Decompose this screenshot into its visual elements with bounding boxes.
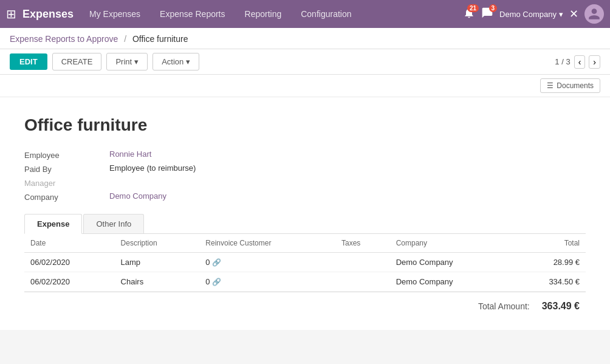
col-taxes: Taxes [335,234,390,253]
row1-total: 28.99 € [511,253,586,272]
table-row: 06/02/2020 Chairs 0 🔗 Demo Company 334.5… [24,272,586,292]
row2-taxes [335,272,390,292]
manager-value [109,177,389,188]
form-card: Office furniture Employee Ronnie Hart Pa… [0,97,610,330]
documents-bar: ☰ Documents [0,75,610,97]
row2-reinvoice: 0 🔗 [199,272,335,292]
avatar[interactable] [584,4,604,24]
breadcrumb: Expense Reports to Approve / Office furn… [10,34,600,44]
documents-icon: ☰ [547,81,553,90]
tab-other-info[interactable]: Other Info [83,214,144,233]
documents-button[interactable]: ☰ Documents [540,78,600,93]
manager-label: Manager [24,177,103,188]
messages-button[interactable]: 3 [481,7,493,22]
messages-badge: 3 [489,4,498,12]
breadcrumb-separator: / [124,34,126,44]
col-reinvoice: Reinvoice Customer [199,234,335,253]
row1-taxes [335,253,390,272]
table-row: 06/02/2020 Lamp 0 🔗 Demo Company 28.99 € [24,253,586,272]
col-date: Date [24,234,115,253]
row1-reinvoice: 0 🔗 [199,253,335,272]
notifications-button[interactable]: 21 [463,7,475,22]
toolbar: EDIT CREATE Print ▾ Action ▾ 1 / 3 ‹ › [0,49,610,75]
col-company: Company [390,234,511,253]
total-value: 363.49 € [542,301,580,312]
edit-button[interactable]: EDIT [10,53,47,70]
row1-attach-icon: 🔗 [212,258,221,267]
row1-description: Lamp [115,253,200,272]
topnav: ⊞ Expenses My Expenses Expense Reports R… [0,0,610,28]
nav-expense-reports[interactable]: Expense Reports [156,7,228,21]
action-label: Action [162,57,183,66]
close-button[interactable]: ✕ [569,7,578,21]
app-title: Expenses [22,8,74,21]
breadcrumb-current: Office furniture [132,34,188,44]
topnav-right: 21 3 Demo Company ▾ ✕ [463,4,604,24]
tab-expense[interactable]: Expense [24,214,82,234]
employee-value[interactable]: Ronnie Hart [109,149,389,160]
col-description: Description [115,234,200,253]
col-total: Total [511,234,586,253]
company-selector[interactable]: Demo Company ▾ [499,10,563,19]
form-fields: Employee Ronnie Hart Paid By Employee (t… [24,149,389,202]
form-title: Office furniture [24,115,586,135]
nav-configuration[interactable]: Configuration [297,7,355,21]
row2-attach-icon: 🔗 [212,278,221,286]
nav-reporting[interactable]: Reporting [241,7,286,21]
create-button[interactable]: CREATE [52,53,102,70]
pagination: 1 / 3 ‹ › [555,55,600,69]
row2-company: Demo Company [390,272,511,292]
total-label: Total Amount: [478,301,530,311]
company-value[interactable]: Demo Company [109,191,389,202]
total-row: Total Amount: 363.49 € [24,292,586,318]
print-label: Print [115,57,132,66]
action-dropdown-icon: ▾ [186,57,190,66]
pagination-next[interactable]: › [589,55,600,69]
nav-my-expenses[interactable]: My Expenses [86,7,144,21]
employee-label: Employee [24,149,103,160]
company-label: Company [24,191,103,202]
subheader: Expense Reports to Approve / Office furn… [0,28,610,49]
breadcrumb-parent[interactable]: Expense Reports to Approve [10,34,118,44]
row2-date: 06/02/2020 [24,272,115,292]
pagination-prev[interactable]: ‹ [574,55,586,69]
row1-date: 06/02/2020 [24,253,115,272]
grid-icon[interactable]: ⊞ [6,7,16,21]
row1-company: Demo Company [390,253,511,272]
print-button[interactable]: Print ▾ [106,53,148,70]
paid-by-label: Paid By [24,163,103,174]
print-dropdown-icon: ▾ [134,57,139,66]
row2-description: Chairs [115,272,200,292]
expense-table: Date Description Reinvoice Customer Taxe… [24,234,586,292]
pagination-info: 1 / 3 [555,57,570,66]
documents-label: Documents [557,81,594,90]
notifications-badge: 21 [467,4,479,12]
nav-menu: My Expenses Expense Reports Reporting Co… [86,7,463,21]
tabs: Expense Other Info [24,214,586,234]
action-button[interactable]: Action ▾ [152,53,199,70]
paid-by-value: Employee (to reimburse) [109,163,389,174]
row2-total: 334.50 € [511,272,586,292]
